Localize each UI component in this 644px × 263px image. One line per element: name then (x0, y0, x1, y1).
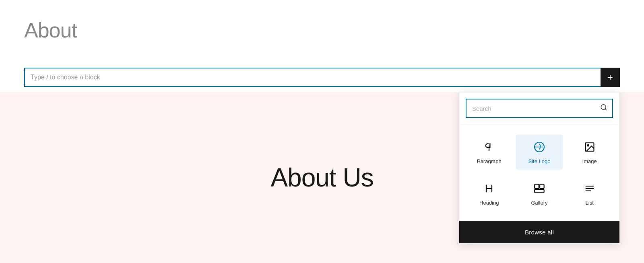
block-item-site-logo[interactable]: Site Logo (516, 135, 563, 170)
block-search-input[interactable] (466, 99, 613, 118)
image-icon (582, 140, 597, 154)
paragraph-icon (482, 140, 496, 154)
add-block-button[interactable]: + (601, 68, 620, 87)
gallery-icon (532, 181, 547, 196)
list-label: List (586, 200, 594, 206)
svg-rect-6 (535, 184, 539, 189)
block-picker-panel: Paragraph Site Logo (459, 92, 620, 244)
site-logo-label: Site Logo (528, 158, 551, 164)
svg-rect-8 (535, 189, 544, 193)
svg-point-5 (587, 145, 589, 146)
block-item-gallery[interactable]: Gallery (516, 176, 563, 211)
search-input-wrapper (466, 99, 613, 118)
image-label: Image (582, 158, 597, 164)
paragraph-label: Paragraph (477, 158, 502, 164)
block-type-input[interactable] (24, 68, 601, 87)
about-us-heading: About Us (270, 163, 373, 193)
list-icon (582, 181, 597, 196)
heading-icon (482, 181, 496, 196)
svg-rect-7 (540, 184, 544, 189)
block-item-image[interactable]: Image (566, 135, 613, 170)
block-picker-search-container (459, 92, 619, 125)
editor-area: About + About Us (0, 0, 644, 263)
block-input-bar: + (24, 68, 620, 87)
block-item-list[interactable]: List (566, 176, 613, 211)
block-item-heading[interactable]: Heading (466, 176, 513, 211)
block-item-paragraph[interactable]: Paragraph (466, 135, 513, 170)
browse-all-button[interactable]: Browse all (459, 221, 619, 243)
page-title: About (24, 18, 77, 42)
heading-label: Heading (479, 200, 499, 206)
site-logo-icon (532, 140, 547, 154)
gallery-label: Gallery (531, 200, 547, 206)
block-grid: Paragraph Site Logo (459, 125, 619, 221)
